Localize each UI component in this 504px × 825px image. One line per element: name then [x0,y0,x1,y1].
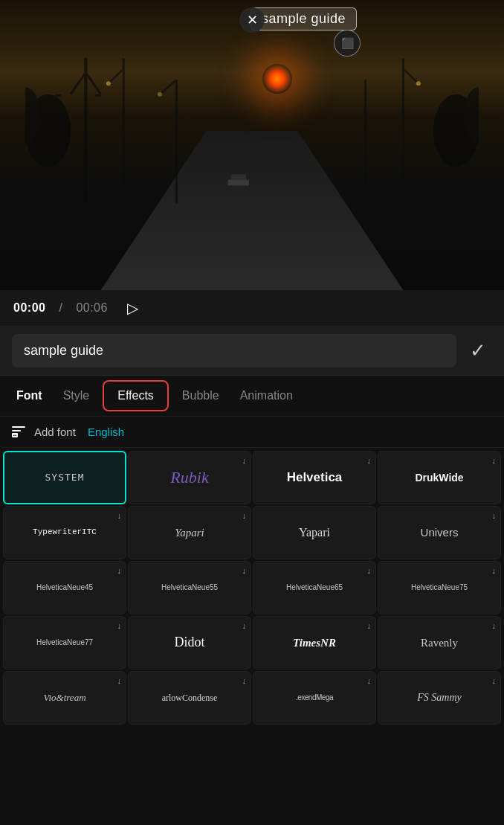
play-button[interactable]: ▷ [127,299,138,317]
timeline-bar: 00:00 / 00:06 ▷ [0,290,504,327]
guide-icon-button[interactable]: ⬛ [334,30,361,57]
font-name-hn77: HelveticaNeue77 [33,638,96,647]
add-font-label: Add font [34,426,76,438]
font-name-didot: Didot [171,635,207,651]
font-controls-bar: + Add font English [0,417,504,448]
text-input-row: ✓ [0,327,504,376]
font-card-helveticaneue65[interactable]: ↓ HelveticaNeue65 [253,561,376,614]
tab-style[interactable]: Style [53,377,100,414]
font-name-hn75: HelveticaNeue75 [408,583,471,592]
tab-font[interactable]: Font [6,377,53,414]
font-card-univers[interactable]: ↓ Univers [378,506,501,559]
font-card-harlow[interactable]: ↓ arlowCondense [128,671,251,725]
svg-point-10 [158,92,162,97]
download-icon-ravenly: ↓ [492,621,497,630]
video-preview: ✕ sample guide ⬛ [0,0,504,290]
font-card-vio[interactable]: ↓ Vio&tream [3,671,126,725]
download-icon-hn65: ↓ [367,566,372,575]
download-icon-hn55: ↓ [242,566,247,575]
filter-icon[interactable]: + [12,426,25,437]
font-card-didot[interactable]: ↓ Didot [128,616,251,670]
download-icon-hn75: ↓ [492,566,497,575]
tabs-row: Font Style Effects Bubble Animation [0,376,504,417]
svg-rect-3 [56,94,62,97]
font-card-helveticaneue77[interactable]: ↓ HelveticaNeue77 [3,616,126,670]
download-icon-rubik: ↓ [242,456,247,465]
play-icon: ▷ [127,300,138,316]
download-icon-typewriteritc: ↓ [117,511,122,520]
font-name-univers: Univers [418,526,462,539]
download-icon-vio: ↓ [117,676,122,685]
language-label[interactable]: English [88,426,124,438]
download-icon-fssammy: ↓ [492,676,497,685]
tab-bubble[interactable]: Bubble [172,377,230,414]
svg-line-1 [71,73,85,94]
svg-rect-4 [94,94,100,97]
font-card-helveticaneue45[interactable]: ↓ HelveticaNeue45 [3,561,126,614]
font-card-helveticaneue55[interactable]: ↓ HelveticaNeue55 [128,561,251,614]
font-card-helveticaneue75[interactable]: ↓ HelveticaNeue75 [378,561,501,614]
time-current: 00:00 [13,301,45,315]
svg-point-7 [106,81,111,86]
filter-plus-box: + [12,433,18,437]
font-name-yapari-italic: Yapari [172,526,207,539]
download-icon-hn45: ↓ [117,566,122,575]
font-card-timesnr[interactable]: ↓ TimesNR [253,616,376,670]
download-icon-yapari-italic: ↓ [242,511,247,520]
confirm-button[interactable]: ✓ [464,336,492,365]
font-grid: SYSTEM ↓ Rubik ↓ Helvetica ↓ DrukWide ↓ … [0,448,504,728]
font-name-hn45: HelveticaNeue45 [33,583,96,592]
font-name-helvetica: Helvetica [284,470,346,485]
font-card-system[interactable]: SYSTEM [3,451,126,504]
font-card-yapari-italic[interactable]: ↓ Yapari [128,506,251,559]
close-icon: ✕ [247,12,258,28]
svg-point-13 [416,81,421,86]
filter-line-1 [12,426,25,428]
tab-effects[interactable]: Effects [103,380,169,411]
font-name-yapari: Yapari [296,525,333,539]
font-card-typewriteritc[interactable]: ↓ TypewriterITC [3,506,126,559]
checkmark-icon: ✓ [470,339,486,362]
font-card-drukwide[interactable]: ↓ DrukWide [378,451,501,504]
font-name-extend: .exendMega [293,693,336,702]
font-name-drukwide: DrukWide [412,472,466,484]
font-name-hn55: HelveticaNeue55 [158,583,221,592]
guide-text-overlay[interactable]: sample guide [251,7,357,31]
font-card-extend[interactable]: ↓ .exendMega [253,671,376,725]
font-card-yapari[interactable]: Yapari [253,506,376,559]
svg-line-6 [109,69,123,84]
font-name-harlow: arlowCondense [159,693,221,703]
text-input-field[interactable] [12,334,456,367]
font-name-hn65: HelveticaNeue65 [283,583,346,592]
font-card-fssammy[interactable]: ↓ FS Sammy [378,671,501,725]
download-icon-univers: ↓ [492,511,497,520]
font-name-system: SYSTEM [42,472,88,484]
tab-animation[interactable]: Animation [230,377,303,414]
font-name-fssammy: FS Sammy [414,692,465,704]
font-card-helvetica[interactable]: ↓ Helvetica [253,451,376,504]
svg-rect-20 [227,180,248,186]
download-icon-drukwide: ↓ [492,456,497,465]
download-icon-didot: ↓ [242,621,247,630]
font-name-rubik: Rubik [167,468,211,487]
square-icon: ⬛ [341,37,354,49]
close-button[interactable]: ✕ [239,7,265,33]
font-name-vio: Vio&tream [40,692,88,704]
download-icon-hn77: ↓ [117,621,122,630]
download-icon-harlow: ↓ [242,676,247,685]
download-icon-extend: ↓ [367,676,372,685]
font-name-ravenly: Ravenly [418,636,461,649]
svg-line-2 [85,73,100,94]
font-card-ravenly[interactable]: ↓ Ravenly [378,616,501,670]
download-icon-helvetica: ↓ [367,456,372,465]
font-name-typewriteritc: TypewriterITC [30,527,100,537]
scene-silhouette [25,58,479,203]
svg-line-12 [403,69,418,84]
font-name-timesnr: TimesNR [290,636,339,649]
svg-line-9 [160,80,176,94]
font-card-rubik[interactable]: ↓ Rubik [128,451,251,504]
time-total: 00:06 [76,301,108,315]
time-separator: / [59,301,62,315]
download-icon-timesnr: ↓ [367,621,372,630]
